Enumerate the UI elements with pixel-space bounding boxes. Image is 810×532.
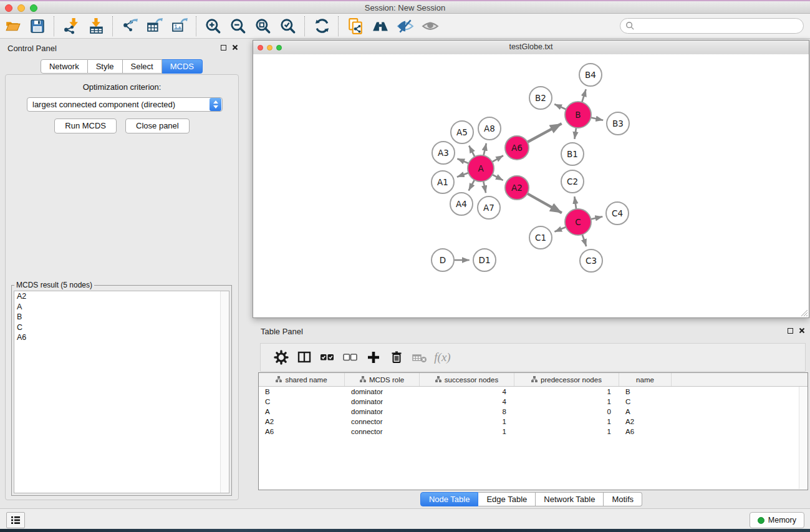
table-row[interactable]: Cdominator41C — [259, 397, 808, 407]
table-cell[interactable]: 1 — [514, 387, 619, 397]
memory-button[interactable]: Memory — [750, 512, 804, 528]
graph-node-A6[interactable]: A6 — [505, 136, 529, 160]
export-table-icon[interactable] — [142, 15, 167, 37]
table-cell[interactable]: 0 — [514, 407, 619, 417]
close-panel-icon[interactable] — [799, 327, 805, 334]
graph-node-D1[interactable]: D1 — [473, 249, 496, 271]
float-panel-icon[interactable] — [788, 328, 793, 334]
tab-mcds[interactable]: MCDS — [162, 59, 203, 74]
graph-node-A8[interactable]: A8 — [478, 117, 501, 140]
export-network-icon[interactable] — [117, 15, 142, 37]
table-cell[interactable]: 1 — [514, 427, 619, 437]
table-cell[interactable]: connector — [345, 427, 420, 437]
column-header-name[interactable]: name — [619, 373, 672, 386]
graph-node-A3[interactable]: A3 — [432, 142, 455, 164]
task-history-button[interactable] — [6, 512, 25, 528]
table-scrollbar[interactable] — [799, 387, 807, 489]
table-cell[interactable]: 1 — [420, 427, 514, 437]
table-cell[interactable]: dominator — [345, 407, 420, 417]
network-canvas[interactable]: B4B2BB3A5A8A6A3B1AA1C2A2A4A7C4CC1C3DD1 — [253, 54, 809, 317]
table-cell[interactable]: A2 — [619, 417, 672, 427]
create-column-icon[interactable] — [362, 346, 385, 369]
table-cell[interactable]: C — [619, 397, 672, 407]
table-row[interactable]: Bdominator41B — [259, 387, 808, 397]
graph-node-B2[interactable]: B2 — [529, 87, 552, 109]
graph-node-C1[interactable]: C1 — [529, 226, 552, 249]
table-cell[interactable]: 4 — [420, 397, 514, 407]
table-cell[interactable]: connector — [345, 417, 420, 427]
graph-node-D[interactable]: D — [432, 249, 454, 271]
table-cell[interactable]: 1 — [514, 397, 619, 407]
search-input[interactable] — [637, 19, 798, 33]
hide-graphics-details-icon[interactable] — [393, 15, 418, 37]
graph-node-B[interactable]: B — [565, 102, 591, 128]
mcds-result-item[interactable]: A — [14, 302, 229, 312]
table-cell[interactable]: A — [259, 407, 345, 417]
table-cell[interactable]: A2 — [259, 417, 345, 427]
criterion-dropdown[interactable]: largest connected component (directed) — [27, 97, 223, 112]
zoom-out-icon[interactable] — [226, 15, 251, 37]
column-header-shared-name[interactable]: shared name — [259, 373, 345, 386]
network-window-titlebar[interactable]: testGlobe.txt — [253, 41, 809, 55]
open-session-icon[interactable] — [0, 15, 25, 37]
tab-network[interactable]: Network — [41, 59, 88, 74]
zoom-fit-icon[interactable] — [251, 15, 276, 37]
save-session-icon[interactable] — [25, 15, 50, 37]
graph-node-B1[interactable]: B1 — [561, 143, 584, 165]
mcds-result-item[interactable]: C — [14, 322, 229, 333]
table-cell[interactable]: 4 — [420, 387, 514, 397]
zoom-selected-icon[interactable] — [276, 15, 301, 37]
table-cell[interactable]: A6 — [259, 427, 345, 437]
function-builder-icon[interactable]: f(x) — [431, 346, 454, 369]
select-all-columns-icon[interactable] — [316, 346, 339, 369]
graph-node-A2[interactable]: A2 — [505, 176, 529, 200]
run-mcds-button[interactable]: Run MCDS — [54, 118, 117, 133]
column-settings-icon[interactable] — [269, 346, 292, 369]
mcds-result-item[interactable]: B — [14, 312, 229, 322]
mcds-result-item[interactable]: A2 — [14, 291, 229, 302]
duplicate-network-icon[interactable] — [343, 15, 368, 37]
export-image-icon[interactable] — [167, 15, 192, 37]
column-header-successor-nodes[interactable]: successor nodes — [420, 373, 514, 386]
import-table-icon[interactable] — [84, 15, 108, 37]
close-panel-button[interactable]: Close panel — [125, 118, 190, 133]
mcds-result-item[interactable]: A6 — [14, 332, 229, 343]
close-panel-icon[interactable] — [232, 44, 238, 51]
import-network-icon[interactable] — [59, 15, 84, 37]
tab-select[interactable]: Select — [123, 59, 162, 74]
graph-node-A[interactable]: A — [468, 155, 494, 181]
tab-motifs[interactable]: Motifs — [604, 492, 642, 506]
graph-node-A5[interactable]: A5 — [451, 121, 473, 143]
birds-eye-view-icon[interactable] — [368, 15, 393, 37]
tab-node-table[interactable]: Node Table — [420, 492, 479, 506]
graph-node-C3[interactable]: C3 — [580, 249, 602, 272]
show-columns-icon[interactable] — [292, 346, 316, 369]
graph-node-A4[interactable]: A4 — [450, 193, 473, 215]
graph-node-C4[interactable]: C4 — [606, 202, 629, 225]
table-cell[interactable]: dominator — [345, 387, 420, 397]
table-row[interactable]: A6connector11A6 — [259, 427, 808, 437]
graph-node-C[interactable]: C — [565, 209, 591, 235]
table-cell[interactable]: C — [259, 397, 345, 407]
search-field[interactable] — [620, 18, 804, 34]
float-panel-icon[interactable] — [221, 45, 226, 51]
resize-grip-icon[interactable] — [799, 308, 808, 317]
graph-node-C2[interactable]: C2 — [561, 170, 584, 193]
graph-node-B3[interactable]: B3 — [607, 112, 629, 135]
tab-style[interactable]: Style — [88, 59, 123, 74]
table-cell[interactable]: 1 — [420, 417, 514, 427]
table-cell[interactable]: B — [619, 387, 672, 397]
table-cell[interactable]: 8 — [420, 407, 514, 417]
table-cell[interactable]: A6 — [619, 427, 672, 437]
tab-edge-table[interactable]: Edge Table — [478, 492, 536, 506]
delete-table-icon[interactable] — [408, 346, 431, 369]
zoom-in-icon[interactable] — [201, 15, 226, 37]
unselect-all-columns-icon[interactable] — [339, 346, 362, 369]
graph-node-A7[interactable]: A7 — [478, 196, 500, 219]
refresh-icon[interactable] — [309, 15, 334, 37]
table-row[interactable]: Adominator80A — [259, 407, 808, 417]
table-row[interactable]: A2connector11A2 — [259, 417, 808, 427]
show-graphics-details-icon[interactable] — [418, 15, 443, 37]
delete-column-icon[interactable] — [385, 346, 408, 369]
column-header-mcds-role[interactable]: MCDS role — [345, 373, 420, 386]
